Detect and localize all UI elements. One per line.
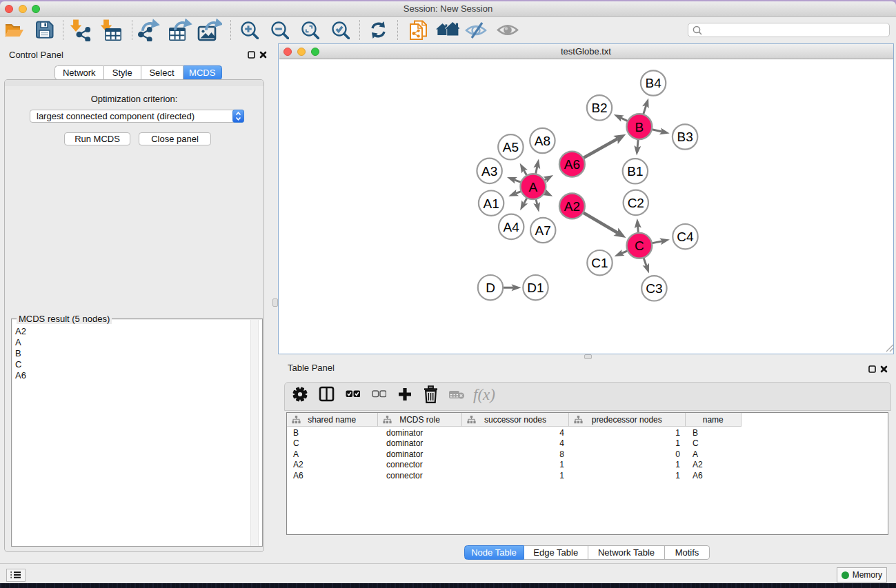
svg-text:A4: A4 xyxy=(503,219,519,234)
svg-text:A5: A5 xyxy=(502,140,518,154)
svg-text:A6: A6 xyxy=(564,157,579,172)
svg-text:A2: A2 xyxy=(564,199,579,213)
svg-text:B4: B4 xyxy=(645,76,661,90)
svg-text:D1: D1 xyxy=(527,281,544,295)
svg-text:B3: B3 xyxy=(677,130,693,144)
svg-text:A7: A7 xyxy=(535,223,550,237)
svg-text:C3: C3 xyxy=(646,281,662,296)
svg-text:B2: B2 xyxy=(591,101,607,115)
svg-text:A8: A8 xyxy=(534,133,550,148)
svg-text:C1: C1 xyxy=(591,256,608,270)
svg-text:C4: C4 xyxy=(677,230,694,244)
svg-text:C: C xyxy=(635,239,644,253)
svg-text:B1: B1 xyxy=(627,164,643,179)
svg-text:C2: C2 xyxy=(627,195,644,210)
svg-text:A3: A3 xyxy=(481,163,497,178)
svg-text:B: B xyxy=(635,119,644,134)
svg-text:A1: A1 xyxy=(483,196,499,210)
svg-text:D: D xyxy=(486,281,495,295)
svg-text:A: A xyxy=(528,179,537,194)
